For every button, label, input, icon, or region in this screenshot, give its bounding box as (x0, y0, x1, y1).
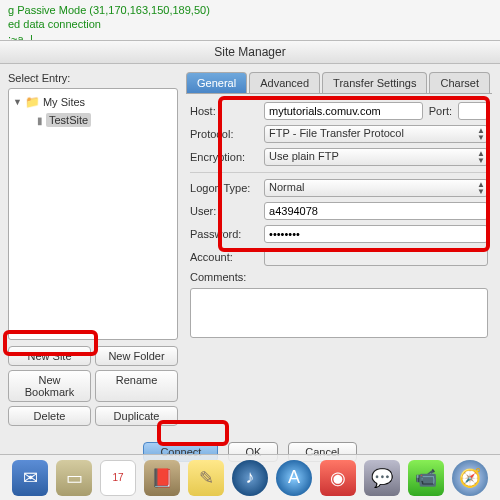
chevron-updown-icon: ▲▼ (477, 127, 485, 141)
logon-select[interactable]: Normal ▲▼ (264, 179, 488, 197)
port-label: Port: (429, 105, 452, 117)
dock-icon-contacts[interactable]: 📕 (144, 460, 180, 496)
tab-general[interactable]: General (186, 72, 247, 93)
logon-value: Normal (269, 181, 304, 193)
tree-root-label: My Sites (43, 96, 85, 108)
tab-transfer[interactable]: Transfer Settings (322, 72, 427, 93)
chevron-updown-icon: ▲▼ (477, 150, 485, 164)
dock-icon-safari[interactable]: 🧭 (452, 460, 488, 496)
encryption-value: Use plain FTP (269, 150, 339, 162)
dock-icon-files[interactable]: ▭ (56, 460, 92, 496)
dock-icon-notes[interactable]: ✎ (188, 460, 224, 496)
protocol-value: FTP - File Transfer Protocol (269, 127, 404, 139)
port-input[interactable] (458, 102, 488, 120)
dock-icon-mail[interactable]: ✉ (12, 460, 48, 496)
tab-charset[interactable]: Charset (429, 72, 490, 93)
host-label: Host: (190, 105, 258, 117)
account-label: Account: (190, 251, 258, 263)
protocol-select[interactable]: FTP - File Transfer Protocol ▲▼ (264, 125, 488, 143)
tree-root[interactable]: ▼ 📁 My Sites (13, 93, 173, 111)
new-folder-button[interactable]: New Folder (95, 346, 178, 366)
server-icon: ▮ (37, 115, 43, 126)
host-input[interactable] (264, 102, 423, 120)
tab-bar: General Advanced Transfer Settings Chars… (186, 72, 492, 94)
user-input[interactable] (264, 202, 488, 220)
new-bookmark-button[interactable]: New Bookmark (8, 370, 91, 402)
rename-button[interactable]: Rename (95, 370, 178, 402)
password-label: Password: (190, 228, 258, 240)
delete-button[interactable]: Delete (8, 406, 91, 426)
tree-item[interactable]: ▮ TestSite (13, 111, 173, 129)
dock-icon-photobooth[interactable]: ◉ (320, 460, 356, 496)
site-manager-dialog: Site Manager Select Entry: ▼ 📁 My Sites … (0, 40, 500, 470)
site-tree[interactable]: ▼ 📁 My Sites ▮ TestSite (8, 88, 178, 340)
comments-textarea[interactable] (190, 288, 488, 338)
encryption-select[interactable]: Use plain FTP ▲▼ (264, 148, 488, 166)
account-input[interactable] (264, 248, 488, 266)
user-label: User: (190, 205, 258, 217)
protocol-label: Protocol: (190, 128, 258, 140)
encryption-label: Encryption: (190, 151, 258, 163)
new-site-button[interactable]: New Site (8, 346, 91, 366)
duplicate-button[interactable]: Duplicate (95, 406, 178, 426)
logon-label: Logon Type: (190, 182, 258, 194)
dock-icon-messages[interactable]: 💬 (364, 460, 400, 496)
select-entry-label: Select Entry: (8, 72, 178, 84)
macos-dock: ✉ ▭ 17 📕 ✎ ♪ A ◉ 💬 📹 🧭 (0, 454, 500, 500)
dialog-title: Site Manager (0, 41, 500, 64)
dock-icon-ical[interactable]: 17 (100, 460, 136, 496)
chevron-updown-icon: ▲▼ (477, 181, 485, 195)
password-input[interactable] (264, 225, 488, 243)
dock-icon-appstore[interactable]: A (276, 460, 312, 496)
folder-icon: 📁 (25, 95, 40, 109)
comments-label: Comments: (190, 271, 258, 283)
tree-item-label: TestSite (46, 113, 91, 127)
tab-advanced[interactable]: Advanced (249, 72, 320, 93)
dock-icon-facetime[interactable]: 📹 (408, 460, 444, 496)
chevron-down-icon[interactable]: ▼ (13, 97, 22, 107)
dock-icon-itunes[interactable]: ♪ (232, 460, 268, 496)
